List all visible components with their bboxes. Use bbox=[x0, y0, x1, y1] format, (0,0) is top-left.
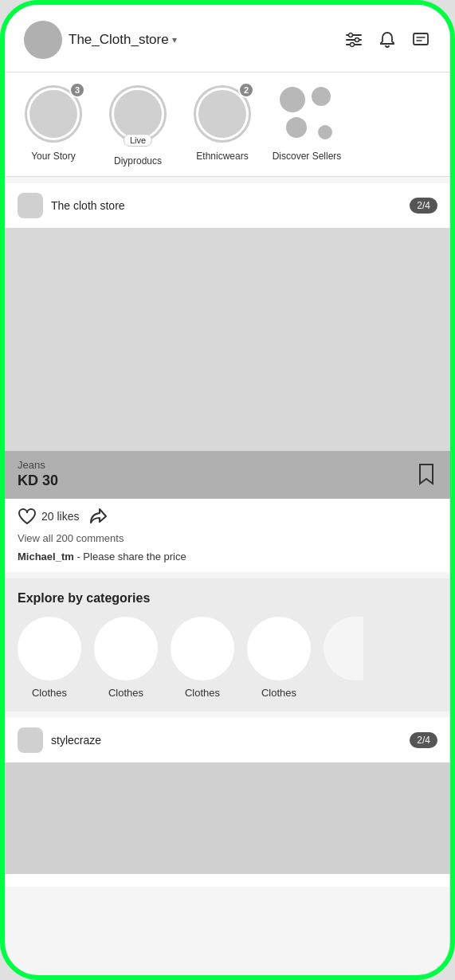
story-item-ethnicwears[interactable]: 2 Ethnicwears bbox=[186, 85, 258, 167]
story-avatar-wrap bbox=[278, 85, 335, 143]
post-username[interactable]: The cloth store bbox=[51, 199, 410, 212]
post-footer: Jeans KD 30 bbox=[5, 451, 450, 499]
account-name[interactable]: The_Cloth_store ▾ bbox=[69, 32, 337, 48]
category-label: Clothes bbox=[261, 687, 296, 699]
post-counter: 2/4 bbox=[410, 198, 437, 214]
story-item-your-story[interactable]: 3 Your Story bbox=[18, 85, 89, 167]
phone-frame: The_Cloth_store ▾ bbox=[0, 0, 455, 980]
post-1-header: The cloth store 2/4 bbox=[5, 183, 450, 228]
comment-text: - Please share the price bbox=[74, 551, 186, 563]
chevron-down-icon: ▾ bbox=[172, 34, 177, 45]
story-item-diyproducs[interactable]: Live Diyproducs bbox=[102, 85, 174, 167]
like-button[interactable]: 20 likes bbox=[18, 508, 79, 525]
post-2-username[interactable]: stylecraze bbox=[51, 734, 410, 747]
cluster-circle-3 bbox=[284, 116, 308, 139]
story-inner bbox=[114, 90, 162, 138]
categories-section: Explore by categories Clothes Clothes Cl… bbox=[5, 578, 450, 711]
filter-icon[interactable] bbox=[343, 29, 364, 50]
product-price: KD 30 bbox=[18, 472, 58, 489]
post-product-info: Jeans KD 30 bbox=[18, 459, 58, 489]
cluster-circle-4 bbox=[316, 123, 334, 141]
story-label: Your Story bbox=[31, 151, 76, 162]
comment-username: Michael_tm bbox=[18, 551, 74, 563]
live-badge: Live bbox=[124, 134, 152, 147]
story-inner bbox=[198, 90, 246, 138]
story-badge: 3 bbox=[69, 82, 85, 98]
story-item-discover-sellers[interactable]: Discover Sellers bbox=[271, 85, 343, 167]
header: The_Cloth_store ▾ bbox=[5, 5, 450, 72]
discover-cluster bbox=[278, 85, 335, 143]
post-2: stylecraze 2/4 bbox=[5, 718, 450, 887]
category-item-5[interactable] bbox=[324, 617, 363, 699]
message-icon[interactable] bbox=[410, 29, 431, 50]
svg-point-3 bbox=[349, 33, 353, 37]
post-comment-preview: Michael_tm - Please share the price bbox=[5, 549, 450, 572]
story-avatar-wrap: Live bbox=[109, 85, 167, 143]
post-avatar bbox=[18, 193, 43, 218]
post-2-header: stylecraze 2/4 bbox=[5, 718, 450, 762]
story-inner bbox=[29, 90, 77, 138]
stories-divider bbox=[5, 176, 450, 177]
post-2-avatar bbox=[18, 727, 43, 753]
category-item-1[interactable]: Clothes bbox=[18, 617, 81, 699]
post-1: The cloth store 2/4 Jeans KD 30 20 likes bbox=[5, 183, 450, 572]
product-category: Jeans bbox=[18, 459, 58, 471]
like-count: 20 likes bbox=[41, 510, 79, 523]
story-label: Ethnicwears bbox=[196, 151, 248, 162]
category-circle bbox=[18, 617, 81, 680]
category-circle bbox=[324, 617, 363, 680]
share-button[interactable] bbox=[88, 507, 108, 526]
category-circle bbox=[94, 617, 158, 680]
category-label: Clothes bbox=[32, 687, 67, 699]
category-circle bbox=[247, 617, 311, 680]
avatar bbox=[24, 21, 62, 59]
cluster-circle-1 bbox=[278, 85, 307, 114]
categories-scroll: Clothes Clothes Clothes Clothes bbox=[18, 617, 437, 699]
svg-point-4 bbox=[355, 38, 359, 42]
story-label: Discover Sellers bbox=[273, 151, 342, 162]
category-circle bbox=[171, 617, 234, 680]
story-badge: 2 bbox=[238, 82, 254, 98]
category-label: Clothes bbox=[185, 687, 220, 699]
notification-icon[interactable] bbox=[377, 29, 398, 50]
category-item-4[interactable]: Clothes bbox=[247, 617, 311, 699]
cluster-circle-2 bbox=[310, 85, 332, 108]
post-image bbox=[5, 228, 450, 451]
bookmark-icon[interactable] bbox=[415, 463, 437, 485]
story-label: Diyproducs bbox=[114, 155, 162, 167]
svg-point-5 bbox=[351, 43, 355, 47]
categories-title: Explore by categories bbox=[18, 591, 437, 606]
category-item-2[interactable]: Clothes bbox=[94, 617, 158, 699]
category-label: Clothes bbox=[108, 687, 143, 699]
svg-rect-6 bbox=[414, 33, 428, 45]
story-ring: Live bbox=[109, 85, 167, 143]
category-item-3[interactable]: Clothes bbox=[171, 617, 234, 699]
stories-section: 3 Your Story Live Diyproducs 2 Ethnicwe bbox=[5, 73, 450, 176]
header-icons bbox=[343, 29, 431, 50]
post-comments-link[interactable]: View all 200 comments bbox=[5, 531, 450, 549]
story-avatar-wrap: 2 bbox=[194, 85, 251, 143]
story-avatar-wrap: 3 bbox=[25, 85, 82, 143]
post-2-counter: 2/4 bbox=[410, 732, 437, 748]
post-2-image bbox=[5, 762, 450, 874]
post-actions: 20 likes bbox=[5, 499, 450, 531]
